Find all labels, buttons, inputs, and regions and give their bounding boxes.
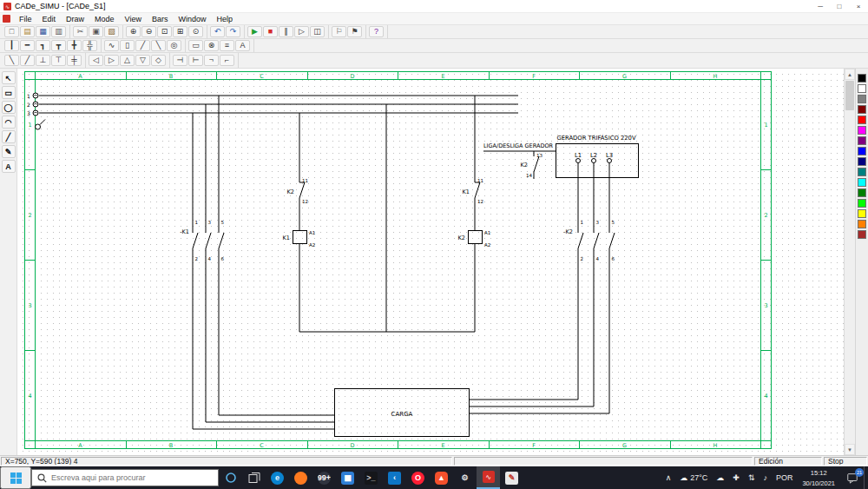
taskbar-search-box[interactable]: [31, 469, 219, 486]
start-button[interactable]: [0, 466, 31, 489]
cortana-button[interactable]: [219, 466, 242, 489]
wire-tee-tool[interactable]: ┳: [51, 40, 66, 51]
tray-onedrive-icon[interactable]: ☁: [712, 466, 728, 489]
stop-simulation-icon[interactable]: ■: [263, 26, 278, 37]
save-file-icon[interactable]: ▦: [36, 26, 50, 37]
new-file-icon[interactable]: □: [4, 26, 19, 37]
selector-tool[interactable]: ▽: [135, 55, 150, 66]
wire-cross-tool[interactable]: ╋: [67, 40, 82, 51]
counter-tool[interactable]: ¬: [204, 55, 219, 66]
button-nc-tool[interactable]: ▷: [104, 55, 119, 66]
menu-item[interactable]: File: [14, 15, 37, 23]
breaker-tool[interactable]: ╱: [135, 40, 150, 51]
color-swatch[interactable]: [858, 147, 866, 155]
color-swatch[interactable]: [858, 136, 866, 145]
color-swatch[interactable]: [858, 84, 866, 93]
contact-nc-tool[interactable]: ╱: [20, 55, 35, 66]
source-tool[interactable]: ∿: [104, 40, 119, 51]
select-tool[interactable]: ↖: [2, 71, 16, 84]
taskbar-shield-app-icon[interactable]: ▲: [430, 466, 453, 489]
color-swatch[interactable]: [858, 220, 866, 228]
cut-icon[interactable]: ✂: [73, 26, 88, 37]
motor-tool[interactable]: ◎: [167, 40, 181, 51]
language-indicator[interactable]: POR: [772, 466, 798, 489]
show-desktop-button[interactable]: [864, 466, 868, 489]
color-swatch[interactable]: [858, 95, 866, 103]
color-swatch[interactable]: [858, 230, 866, 239]
taskbar-store-icon[interactable]: ▦: [336, 466, 359, 489]
color-swatch[interactable]: [858, 74, 866, 83]
zoom-in-icon[interactable]: ⊕: [126, 26, 141, 37]
taskbar-terminal-icon[interactable]: >_: [359, 466, 383, 489]
zoom-area-tool[interactable]: ▭: [2, 86, 16, 99]
contact-switch-tool[interactable]: ⊤: [51, 55, 66, 66]
wire-vertical-tool[interactable]: ┃: [4, 40, 19, 51]
zoom-extents-icon[interactable]: ⊞: [173, 26, 187, 37]
color-swatch[interactable]: [858, 209, 866, 218]
maximize-button[interactable]: □: [830, 0, 849, 12]
menu-item[interactable]: Edit: [37, 15, 62, 23]
lamp-tool[interactable]: ⊗: [204, 40, 219, 51]
taskbar-vscode-icon[interactable]: ‹: [383, 466, 406, 489]
text-label-tool[interactable]: A: [235, 40, 250, 51]
pause-simulation-icon[interactable]: ∥: [279, 26, 293, 37]
action-center-button[interactable]: 21: [840, 466, 864, 489]
menu-item[interactable]: Draw: [61, 15, 89, 23]
taskbar-settings-gear-icon[interactable]: ⚙: [453, 466, 477, 489]
coil-tool[interactable]: ▭: [188, 40, 203, 51]
color-swatch[interactable]: [858, 105, 866, 114]
wire-horizontal-tool[interactable]: ━: [20, 40, 35, 51]
limit-switch-tool[interactable]: △: [120, 55, 135, 66]
pause-alt-icon[interactable]: ◫: [310, 26, 325, 37]
arc-tool[interactable]: ◠: [2, 116, 16, 129]
wire-corner-tool[interactable]: ┓: [36, 40, 50, 51]
color-swatch[interactable]: [858, 199, 866, 208]
clock-widget[interactable]: 15:12 30/10/2021: [797, 466, 840, 489]
timer-contact-tool[interactable]: ⊢: [188, 55, 203, 66]
scroll-down-arrow-icon[interactable]: ▼: [845, 444, 855, 455]
scrollbar-thumb[interactable]: [845, 81, 854, 110]
ground-tool[interactable]: ≡: [220, 40, 234, 51]
taskbar-opera-icon[interactable]: O: [406, 466, 430, 489]
help-icon[interactable]: ?: [369, 26, 384, 37]
taskbar-firefox-icon[interactable]: [289, 466, 312, 489]
weather-widget[interactable]: ☁ 27°C: [675, 466, 712, 489]
ellipse-tool[interactable]: ◯: [2, 101, 16, 114]
color-swatch[interactable]: [858, 168, 866, 176]
wire-junction-tool[interactable]: ╬: [82, 40, 97, 51]
button-no-tool[interactable]: ◁: [89, 55, 103, 66]
search-input[interactable]: [51, 473, 199, 482]
taskbar-paint-icon[interactable]: ✎: [500, 466, 523, 489]
taskbar-edge-icon[interactable]: e: [266, 466, 289, 489]
vertical-scrollbar[interactable]: ▲ ▼: [844, 69, 855, 455]
menu-item[interactable]: Bars: [147, 15, 174, 23]
fuse-tool[interactable]: ▯: [120, 40, 135, 51]
flag-white-icon[interactable]: ⚐: [332, 26, 346, 37]
logic-tool[interactable]: ⌐: [220, 55, 234, 66]
taskbar-badge-99-icon[interactable]: 99+: [312, 466, 336, 489]
contact-delayed-tool[interactable]: ⊥: [36, 55, 50, 66]
color-swatch[interactable]: [858, 116, 866, 124]
paste-icon[interactable]: ▧: [104, 26, 119, 37]
run-simulation-icon[interactable]: ▶: [247, 26, 262, 37]
scroll-up-arrow-icon[interactable]: ▲: [845, 69, 855, 80]
hidden-icons-chevron[interactable]: ∧: [661, 466, 676, 489]
tray-network-icon[interactable]: ⇅: [744, 466, 760, 489]
pencil-tool[interactable]: ✎: [2, 145, 16, 158]
menu-item[interactable]: Window: [173, 15, 211, 23]
zoom-previous-icon[interactable]: ⊙: [188, 26, 203, 37]
task-view-button[interactable]: [242, 466, 266, 489]
line-tool[interactable]: ╱: [2, 130, 16, 143]
step-simulation-icon[interactable]: ▷: [294, 26, 309, 37]
taskbar-cade-simu-button[interactable]: ∿: [477, 466, 500, 489]
zoom-out-icon[interactable]: ⊖: [141, 26, 156, 37]
redo-icon[interactable]: ↷: [226, 26, 240, 37]
tray-volume-icon[interactable]: ♪: [759, 466, 772, 489]
contact-no-tool[interactable]: ╲: [4, 55, 19, 66]
undo-icon[interactable]: ↶: [210, 26, 225, 37]
contact-double-tool[interactable]: ╪: [67, 55, 82, 66]
open-file-icon[interactable]: ▤: [20, 26, 35, 37]
contactor-tool[interactable]: ╲: [151, 40, 166, 51]
flag-black-icon[interactable]: ⚑: [347, 26, 362, 37]
menu-item[interactable]: View: [120, 15, 147, 23]
